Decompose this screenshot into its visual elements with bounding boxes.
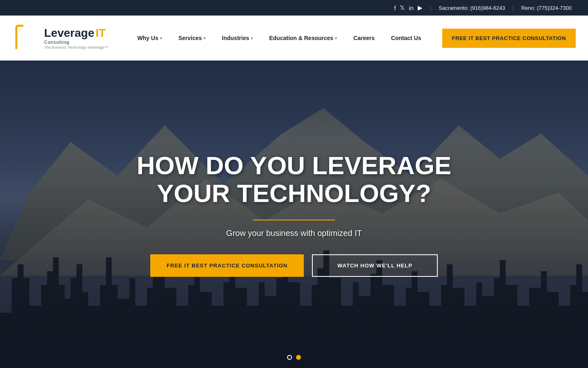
nav-links: Why Us ▾ Services ▾ Industries ▾ Educati… [120, 31, 438, 45]
hero-dots [287, 355, 301, 360]
linkedin-icon[interactable]: in [409, 4, 414, 11]
logo[interactable]: Leverage IT Consulting The Business Tech… [12, 24, 108, 52]
nav-label-services: Services [178, 35, 202, 41]
logo-consulting: Consulting [44, 40, 108, 45]
twitter-icon[interactable]: 𝕏 [400, 4, 405, 11]
nav-item-industries[interactable]: Industries ▾ [214, 31, 261, 45]
hero-title: HOW DO YOU LEVERAGE YOUR TECHNOLOGY? [137, 152, 452, 207]
social-links: f 𝕏 in ▶ [394, 4, 423, 11]
hero-secondary-button[interactable]: WATCH HOW WE'LL HELP [312, 254, 438, 277]
nav-item-why-us[interactable]: Why Us ▾ [129, 31, 170, 45]
nav-item-careers[interactable]: Careers [345, 31, 383, 45]
chevron-down-icon-education: ▾ [335, 36, 337, 40]
nav-label-careers: Careers [353, 35, 374, 41]
hero-section: HOW DO YOU LEVERAGE YOUR TECHNOLOGY? Gro… [0, 61, 588, 368]
facebook-icon[interactable]: f [394, 4, 396, 11]
hero-divider [253, 220, 335, 220]
logo-leverage: Leverage [44, 27, 94, 39]
sacramento-phone: Sacramento: (916)984-6243 [439, 5, 505, 11]
chevron-down-icon-why-us: ▾ [160, 36, 162, 40]
dot-2[interactable] [296, 355, 301, 360]
nav-label-contact: Contact Us [391, 35, 421, 41]
nav-item-contact[interactable]: Contact Us [383, 31, 430, 45]
navbar: Leverage IT Consulting The Business Tech… [0, 16, 588, 61]
chevron-down-icon-services: ▾ [203, 36, 205, 40]
hero-content: HOW DO YOU LEVERAGE YOUR TECHNOLOGY? Gro… [0, 61, 588, 368]
reno-phone: Reno: (775)324-7300 [521, 5, 572, 11]
divider-2: | [512, 5, 514, 11]
hero-buttons: FREE IT BEST PRACTICE CONSULTATION WATCH… [150, 254, 438, 277]
top-bar: f 𝕏 in ▶ | Sacramento: (916)984-6243 | R… [0, 0, 588, 16]
divider-1: | [430, 5, 431, 11]
youtube-icon[interactable]: ▶ [418, 4, 423, 11]
hero-subtitle: Grow your business with optimized IT [226, 229, 362, 238]
dot-1[interactable] [287, 355, 292, 360]
nav-label-industries: Industries [222, 35, 249, 41]
logo-tagline: The Business Technology Advantage™ [44, 45, 108, 49]
svg-rect-1 [19, 41, 26, 43]
hero-title-line2: YOUR TECHNOLOGY? [157, 179, 431, 207]
logo-text: Leverage IT Consulting The Business Tech… [44, 27, 108, 49]
chevron-down-icon-industries: ▾ [251, 36, 253, 40]
hero-primary-button[interactable]: FREE IT BEST PRACTICE CONSULTATION [150, 254, 304, 277]
logo-icon [12, 24, 41, 52]
nav-label-education: Education & Resources [269, 35, 333, 41]
nav-item-services[interactable]: Services ▾ [170, 31, 214, 45]
nav-item-education[interactable]: Education & Resources ▾ [261, 31, 345, 45]
logo-it: IT [96, 27, 106, 40]
hero-title-line1: HOW DO YOU LEVERAGE [137, 151, 452, 180]
nav-cta-button[interactable]: FREE IT BEST PRACTICE CONSULTATION [442, 29, 576, 48]
nav-label-why-us: Why Us [137, 35, 158, 41]
